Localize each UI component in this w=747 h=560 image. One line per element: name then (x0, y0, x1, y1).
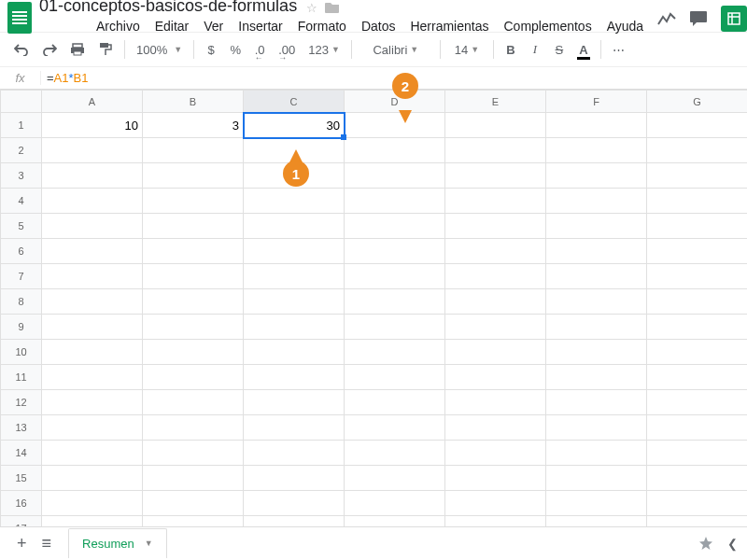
cell-C15[interactable] (244, 466, 345, 491)
print-button[interactable] (65, 37, 90, 62)
share-button[interactable] (721, 6, 747, 32)
row-header-16[interactable]: 16 (1, 491, 42, 516)
cell-C1[interactable]: 30 (244, 113, 345, 138)
cell-D15[interactable] (345, 466, 445, 491)
cell-D1[interactable] (345, 113, 445, 138)
percent-button[interactable]: % (225, 37, 246, 62)
cell-F8[interactable] (546, 289, 647, 315)
document-title[interactable]: 01-conceptos-basicos-de-formulas (39, 0, 297, 16)
row-header-13[interactable]: 13 (1, 415, 42, 441)
cell-B1[interactable]: 3 (143, 113, 244, 138)
cell-F4[interactable] (546, 189, 647, 214)
cell-E9[interactable] (445, 315, 546, 340)
more-toolbar-button[interactable]: ⋯ (608, 37, 629, 62)
cell-B10[interactable] (143, 340, 244, 365)
cell-F16[interactable] (546, 491, 647, 516)
cell-C14[interactable] (244, 441, 345, 466)
cell-G8[interactable] (647, 289, 748, 315)
cell-B12[interactable] (143, 390, 244, 415)
cell-G13[interactable] (647, 415, 748, 441)
star-icon[interactable]: ☆ (306, 1, 317, 15)
cell-C8[interactable] (244, 289, 345, 315)
cell-D2[interactable] (345, 138, 445, 163)
cell-D8[interactable] (345, 289, 445, 315)
increase-decimal-button[interactable]: .00→ (274, 37, 300, 62)
cell-E4[interactable] (445, 189, 546, 214)
cell-B9[interactable] (143, 315, 244, 340)
cell-C11[interactable] (244, 365, 345, 390)
cell-G16[interactable] (647, 491, 748, 516)
menu-ayuda[interactable]: Ayuda (600, 16, 650, 36)
menu-complementos[interactable]: Complementos (497, 16, 598, 36)
row-header-6[interactable]: 6 (1, 239, 42, 264)
cell-C13[interactable] (244, 415, 345, 441)
cell-G2[interactable] (647, 138, 748, 163)
cell-B8[interactable] (143, 289, 244, 315)
row-header-1[interactable]: 1 (1, 113, 42, 138)
cell-E6[interactable] (445, 239, 546, 264)
row-header-14[interactable]: 14 (1, 441, 42, 466)
row-header-4[interactable]: 4 (1, 189, 42, 214)
zoom-select[interactable]: 100%▼ (132, 37, 187, 62)
menu-insertar[interactable]: Insertar (232, 16, 289, 36)
number-format-select[interactable]: 123▼ (303, 37, 345, 62)
column-header-C[interactable]: C (244, 91, 345, 113)
cell-F6[interactable] (546, 239, 647, 264)
cell-C16[interactable] (244, 491, 345, 516)
cell-E15[interactable] (445, 466, 546, 491)
cell-D11[interactable] (345, 365, 445, 390)
cell-F12[interactable] (546, 390, 647, 415)
cell-E14[interactable] (445, 441, 546, 466)
cell-A14[interactable] (42, 441, 143, 466)
cell-A9[interactable] (42, 315, 143, 340)
cell-C5[interactable] (244, 214, 345, 239)
row-header-8[interactable]: 8 (1, 289, 42, 315)
menu-formato[interactable]: Formato (291, 16, 353, 36)
cell-B5[interactable] (143, 214, 244, 239)
cell-A6[interactable] (42, 239, 143, 264)
cell-E5[interactable] (445, 214, 546, 239)
row-header-15[interactable]: 15 (1, 466, 42, 491)
comments-icon[interactable] (689, 10, 708, 27)
bold-button[interactable]: B (500, 37, 521, 62)
row-header-10[interactable]: 10 (1, 340, 42, 365)
cell-G14[interactable] (647, 441, 748, 466)
font-size-select[interactable]: 14▼ (447, 37, 486, 62)
cell-F9[interactable] (546, 315, 647, 340)
cell-B3[interactable] (143, 163, 244, 189)
column-header-B[interactable]: B (143, 91, 244, 113)
sheet-tab-menu-icon[interactable]: ▼ (145, 539, 153, 548)
sheets-logo[interactable] (7, 2, 32, 35)
cell-B7[interactable] (143, 264, 244, 289)
cell-G10[interactable] (647, 340, 748, 365)
all-sheets-button[interactable]: ≡ (35, 528, 60, 559)
cell-A8[interactable] (42, 289, 143, 315)
cell-C10[interactable] (244, 340, 345, 365)
cell-D12[interactable] (345, 390, 445, 415)
cell-D16[interactable] (345, 491, 445, 516)
strikethrough-button[interactable]: S (549, 37, 570, 62)
cell-G6[interactable] (647, 239, 748, 264)
cell-B4[interactable] (143, 189, 244, 214)
cell-D7[interactable] (345, 264, 445, 289)
cell-G1[interactable] (647, 113, 748, 138)
cell-F14[interactable] (546, 441, 647, 466)
cell-A11[interactable] (42, 365, 143, 390)
cell-C9[interactable] (244, 315, 345, 340)
undo-button[interactable] (9, 37, 34, 62)
cell-F15[interactable] (546, 466, 647, 491)
cell-B6[interactable] (143, 239, 244, 264)
italic-button[interactable]: I (525, 37, 545, 62)
cell-E10[interactable] (445, 340, 546, 365)
menu-datos[interactable]: Datos (355, 16, 402, 36)
cell-F2[interactable] (546, 138, 647, 163)
cell-D14[interactable] (345, 441, 445, 466)
cell-G7[interactable] (647, 264, 748, 289)
cell-A13[interactable] (42, 415, 143, 441)
cell-A7[interactable] (42, 264, 143, 289)
cell-A5[interactable] (42, 214, 143, 239)
folder-icon[interactable] (325, 1, 340, 15)
cell-G3[interactable] (647, 163, 748, 189)
cell-D5[interactable] (345, 214, 445, 239)
menu-editar[interactable]: Editar (148, 16, 196, 36)
